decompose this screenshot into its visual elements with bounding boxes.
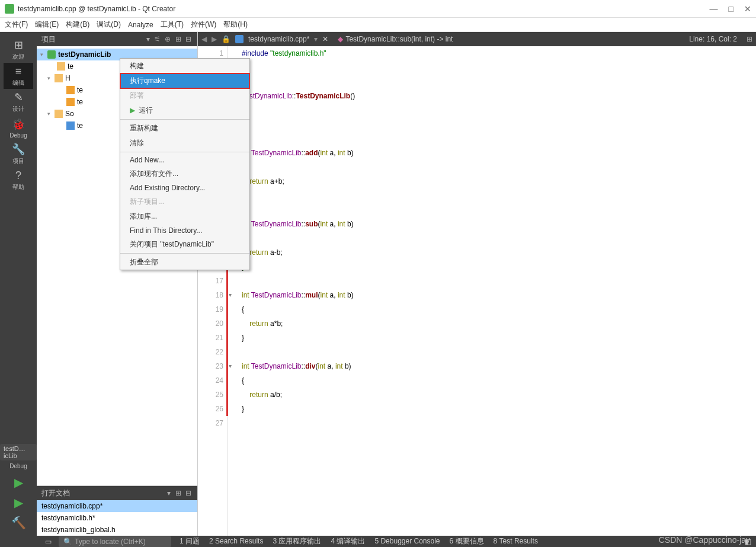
context-menu-item[interactable]: Add Existing Directory...: [120, 181, 249, 194]
output-pane-icon[interactable]: ▭: [41, 538, 55, 546]
context-menu-item[interactable]: 添加现有文件...: [120, 167, 249, 181]
locator-input[interactable]: 🔍Type to locate (Ctrl+K): [59, 536, 171, 547]
menu-item[interactable]: 帮助(H): [223, 20, 248, 30]
menu-item[interactable]: 编辑(E): [35, 20, 59, 30]
mode-项目[interactable]: 🔧项目: [4, 141, 33, 167]
context-menu-item: 新子项目...: [120, 194, 249, 209]
context-menu-item[interactable]: 重新构建: [120, 121, 249, 136]
context-menu-item[interactable]: 关闭项目 "testDynamicLib": [120, 237, 249, 252]
split-icon[interactable]: ⊞: [747, 35, 752, 43]
app-icon: [5, 4, 14, 14]
panel-tools[interactable]: ▾ ⊞ ⊟: [167, 489, 193, 497]
open-docs-header: 打开文档 ▾ ⊞ ⊟: [37, 486, 197, 500]
open-doc-item[interactable]: testdynamiclib_global.h: [37, 524, 197, 536]
titlebar: testdynamiclib.cpp @ testDynamicLib - Qt…: [0, 0, 756, 18]
maximize-button[interactable]: □: [729, 4, 733, 14]
panel-tools[interactable]: ▾ ⚟ ⊕ ⊞ ⊟: [146, 35, 193, 43]
context-menu-item[interactable]: Add New...: [120, 153, 249, 167]
mode-selector: ⊞欢迎≡编辑✎设计🐞Debug🔧项目?帮助 testD…icLib Debug …: [0, 32, 37, 536]
panel-title: 项目: [41, 34, 56, 44]
context-menu-item[interactable]: 构建: [120, 59, 249, 73]
mode-设计[interactable]: ✎设计: [4, 89, 33, 115]
bottom-bar: ▭ 🔍Type to locate (Ctrl+K) 1 问题2 Search …: [0, 536, 756, 547]
lock-icon[interactable]: 🔒: [222, 35, 230, 43]
run-button-0[interactable]: ▶: [11, 475, 26, 490]
mode-欢迎[interactable]: ⊞欢迎: [4, 37, 33, 63]
open-documents: 打开文档 ▾ ⊞ ⊟ testdynamiclib.cpp*testdynami…: [37, 485, 197, 536]
context-menu-item[interactable]: 清除: [120, 136, 249, 151]
code-editor[interactable]: 1234567891011121314151617181920212223242…: [198, 46, 756, 536]
output-tab[interactable]: 6 概要信息: [445, 537, 489, 545]
close-button[interactable]: ✕: [744, 4, 751, 14]
output-tab[interactable]: 3 应用程序输出: [268, 537, 326, 545]
context-menu-item[interactable]: ▶运行: [120, 103, 249, 118]
menu-item[interactable]: 控件(W): [191, 20, 216, 30]
context-menu-item[interactable]: 执行qmake: [120, 73, 249, 88]
mode-帮助[interactable]: ?帮助: [4, 167, 33, 193]
nav-back-icon[interactable]: ◀: [201, 35, 207, 43]
cursor-position: Line: 16, Col: 2: [689, 35, 737, 43]
menu-item[interactable]: Analyze: [128, 21, 153, 29]
mode-Debug[interactable]: 🐞Debug: [4, 115, 33, 141]
output-tab[interactable]: 2 Search Results: [204, 537, 268, 545]
output-tab[interactable]: 4 编译输出: [326, 537, 370, 545]
mode-编辑[interactable]: ≡编辑: [4, 63, 33, 89]
file-type-icon: [235, 35, 244, 43]
editor-toolbar: ◀ ▶ 🔒 testdynamiclib.cpp* ▾ ✕ ◆TestDynam…: [198, 32, 756, 46]
window-title: testdynamiclib.cpp @ testDynamicLib - Qt…: [18, 5, 710, 13]
menu-item[interactable]: 工具(T): [161, 20, 184, 30]
open-doc-item[interactable]: testdynamiclib.cpp*: [37, 500, 197, 512]
project-panel-header: 项目 ▾ ⚟ ⊕ ⊞ ⊟: [37, 32, 197, 46]
current-file[interactable]: testdynamiclib.cpp*: [248, 35, 309, 43]
symbol-crumb[interactable]: ◆TestDynamicLib::sub(int, int) -> int: [338, 35, 453, 43]
menu-item[interactable]: 调试(D): [97, 20, 121, 30]
dropdown-icon[interactable]: ▾: [314, 35, 318, 43]
kit-selector[interactable]: testD…icLib: [0, 444, 37, 460]
context-menu-item[interactable]: 添加库...: [120, 209, 249, 224]
menubar: 文件(F)编辑(E)构建(B)调试(D)Analyze工具(T)控件(W)帮助(…: [0, 18, 756, 32]
output-tab[interactable]: 5 Debugger Console: [370, 537, 444, 545]
build-config-label: Debug: [9, 463, 27, 469]
menu-item[interactable]: 构建(B): [66, 20, 89, 30]
output-tab[interactable]: 1 问题: [175, 537, 204, 545]
window-controls: — □ ✕: [710, 4, 751, 14]
side-panel: 项目 ▾ ⚟ ⊕ ⊞ ⊟ ▾testDynamicLib te ▾H te te…: [37, 32, 198, 536]
context-menu-item[interactable]: Find in This Directory...: [120, 224, 249, 237]
run-button-1[interactable]: ▶: [11, 495, 26, 510]
nav-fwd-icon[interactable]: ▶: [212, 35, 217, 43]
close-tab-icon[interactable]: ✕: [322, 35, 328, 43]
run-button-2[interactable]: 🔨: [11, 516, 26, 530]
context-menu: 构建执行qmake部署▶运行重新构建清除Add New...添加现有文件...A…: [120, 58, 250, 270]
watermark: CSDN @Cappuccino-jay: [659, 535, 750, 545]
editor-area: ◀ ▶ 🔒 testdynamiclib.cpp* ▾ ✕ ◆TestDynam…: [198, 32, 756, 536]
project-tree[interactable]: ▾testDynamicLib te ▾H te te ▾So te 构建执行q…: [37, 46, 197, 485]
menu-item[interactable]: 文件(F): [5, 20, 28, 30]
context-menu-item: 部署: [120, 88, 249, 103]
open-doc-item[interactable]: testdynamiclib.h*: [37, 512, 197, 524]
minimize-button[interactable]: —: [710, 4, 718, 14]
context-menu-item[interactable]: 折叠全部: [120, 255, 249, 270]
output-tab[interactable]: 8 Test Results: [489, 537, 543, 545]
